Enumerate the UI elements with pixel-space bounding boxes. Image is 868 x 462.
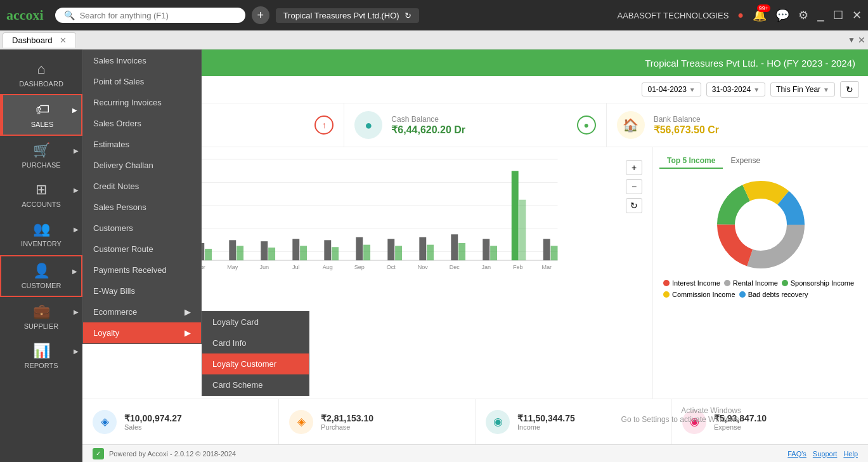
sidebar: ⌂ DASHBOARD 🏷 ▶ SALES 🛒 ▶ PURCHASE (0, 50, 82, 462)
sidebar-item-accounts[interactable]: ⊞ ▶ ACCOUNTS (0, 175, 82, 214)
income-bc-label: Income (517, 423, 575, 431)
maximize-icon[interactable]: ☐ (833, 8, 843, 22)
company-name: Tropical Treasures Pvt Ltd.(HO) (283, 11, 399, 20)
fin-year-arrow: ▼ (823, 86, 829, 93)
topbar: accoxi 🔍 + Tropical Treasures Pvt Ltd.(H… (0, 0, 868, 30)
payables-action-icon[interactable]: ↑ (314, 116, 334, 135)
date-from-arrow: ▼ (689, 86, 696, 93)
sales-menu-item-customer-route[interactable]: Customer Route (83, 239, 201, 260)
sales-menu-item-sales-invoices[interactable]: Sales Invoices (83, 50, 201, 71)
sales-menu-item-eway-bills[interactable]: E-Way Bills (83, 280, 201, 301)
sidebar-item-dashboard[interactable]: ⌂ DASHBOARD (0, 55, 82, 94)
date-from-picker[interactable]: 01-04-2023 ▼ (642, 82, 701, 96)
minimize-icon[interactable]: ⎯ (817, 9, 824, 22)
sidebar-item-supplier[interactable]: 💼 ▶ SUPPLIER (0, 297, 82, 336)
sidebar-item-reports[interactable]: 📊 ▶ REPORTS (0, 336, 82, 376)
svg-rect-23 (458, 243, 465, 260)
sales-menu-item-delivery-challan[interactable]: Delivery Challan (83, 155, 201, 176)
sidebar-label-supplier: SUPPLIER (24, 322, 58, 330)
fin-year-select[interactable]: This Fin Year ▼ (770, 82, 835, 96)
sales-menu-item-payments-received[interactable]: Payments Received (83, 260, 201, 280)
legend-rental-income: Rental Income (724, 279, 778, 287)
sales-menu-item-sales-orders[interactable]: Sales Orders (83, 113, 201, 134)
sales-menu-item-customers[interactable]: Customers (83, 218, 201, 239)
cash-label: Cash Balance (391, 115, 567, 124)
sidebar-item-wrapper-purchase: 🛒 ▶ PURCHASE (0, 136, 82, 175)
footer-support[interactable]: Support (813, 450, 838, 458)
sidebar-item-purchase[interactable]: 🛒 ▶ PURCHASE (0, 136, 82, 175)
supplier-icon: 💼 (33, 303, 50, 320)
footer-faq[interactable]: FAQ's (787, 450, 806, 458)
footer-help[interactable]: Help (843, 450, 858, 458)
date-to-picker[interactable]: 31-03-2024 ▼ (706, 82, 765, 96)
tab-scroll-arrow[interactable]: ▼ (848, 36, 855, 44)
sales-menu-item-sales-persons[interactable]: Sales Persons (83, 197, 201, 218)
svg-text:Sep: Sep (354, 264, 365, 270)
donut-chart-container (659, 174, 862, 275)
sidebar-label-reports: REPORTS (25, 362, 58, 369)
tab-top5-income[interactable]: Top 5 Income (659, 154, 723, 169)
loyalty-sub-loyalty-customer[interactable]: Loyalty Customer (202, 353, 309, 374)
sidebar-item-wrapper-inventory: 👥 ▶ INVENTORY (0, 214, 82, 254)
svg-rect-14 (324, 240, 331, 260)
sidebar-item-customer[interactable]: 👤 ▶ CUSTOMER (1, 256, 81, 296)
sales-inner: 🏷 ▶ (3, 102, 81, 118)
svg-rect-12 (292, 239, 299, 261)
legend-label-commission: Commission Income (672, 291, 735, 298)
sidebar-label-accounts: ACCOUNTS (22, 201, 61, 208)
notification-icon[interactable]: 🔔 99+ (753, 8, 767, 22)
loyalty-sub-loyalty-card[interactable]: Loyalty Card (202, 312, 309, 333)
svg-rect-16 (356, 237, 363, 260)
sales-bc-value: ₹10,00,974.27 (124, 413, 182, 423)
refresh-icon[interactable]: ↻ (405, 11, 411, 20)
tab-dashboard[interactable]: Dashboard ✕ (3, 32, 76, 48)
refresh-dashboard-button[interactable]: ↻ (840, 81, 859, 98)
tab-expense[interactable]: Expense (723, 154, 768, 169)
chart-zoom-in[interactable]: + (626, 160, 642, 175)
sidebar-label-sales: SALES (31, 121, 53, 128)
logo-text: accoxi (6, 7, 44, 23)
purchase-bc-details: ₹2,81,153.10 Purchase (321, 413, 373, 431)
legend-interest-income: Interest Income (663, 279, 720, 287)
sales-menu-item-point-of-sales[interactable]: Point of Sales (83, 71, 201, 92)
sales-menu-item-ecommerce[interactable]: Ecommerce ▶ (83, 301, 201, 322)
loyalty-sub-card-info[interactable]: Card Info (202, 333, 309, 353)
sidebar-item-sales[interactable]: 🏷 ▶ SALES (1, 95, 81, 135)
svg-rect-25 (490, 246, 497, 260)
tab-bar-close[interactable]: ✕ (858, 35, 865, 45)
chart-zoom-out[interactable]: − (626, 179, 642, 194)
cash-action-icon[interactable]: ● (577, 116, 596, 135)
bank-value: ₹56,673.50 Cr (654, 124, 858, 136)
chart-refresh[interactable]: ↻ (626, 198, 642, 213)
loyalty-submenu: Loyalty Card Card Info Loyalty Customer … (202, 311, 309, 396)
sales-menu-item-recurring-invoices[interactable]: Recurring Invoices (83, 92, 201, 113)
expense-bc-label: Expense (714, 423, 767, 431)
tab-close-icon[interactable]: ✕ (60, 36, 67, 45)
svg-rect-20 (419, 237, 426, 260)
settings-icon[interactable]: ⚙ (798, 8, 808, 22)
company-selector[interactable]: Tropical Treasures Pvt Ltd.(HO) ↻ (276, 8, 419, 23)
svg-text:Nov: Nov (418, 264, 429, 270)
app-logo: accoxi (6, 7, 44, 23)
svg-text:Jul: Jul (292, 264, 300, 270)
search-input[interactable] (80, 11, 219, 20)
global-search-bar[interactable]: 🔍 (55, 8, 245, 23)
sales-menu-item-loyalty[interactable]: Loyalty ▶ (83, 322, 201, 343)
loyalty-sub-card-scheme[interactable]: Card Scheme (202, 374, 309, 395)
cash-icon: ● (354, 111, 382, 139)
message-icon[interactable]: 💬 (775, 8, 789, 22)
sidebar-item-wrapper-sales: 🏷 ▶ SALES (0, 94, 82, 136)
date-to-arrow: ▼ (753, 86, 760, 93)
tab-label: Dashboard (12, 36, 53, 45)
svg-rect-19 (395, 246, 402, 260)
sales-menu-item-estimates[interactable]: Estimates (83, 134, 201, 155)
svg-text:Jan: Jan (481, 264, 491, 270)
close-icon[interactable]: ✕ (852, 8, 862, 22)
brand-icon: ● (737, 10, 744, 21)
footer: ✓ Powered by Accoxi - 2.0.12 © 2018-2024… (82, 444, 868, 462)
sales-icon: 🏷 (36, 102, 49, 118)
expense-bc-icon: ◉ (682, 410, 706, 434)
sales-menu-item-credit-notes[interactable]: Credit Notes (83, 176, 201, 197)
sidebar-item-inventory[interactable]: 👥 ▶ INVENTORY (0, 214, 82, 254)
add-button[interactable]: + (252, 6, 269, 24)
